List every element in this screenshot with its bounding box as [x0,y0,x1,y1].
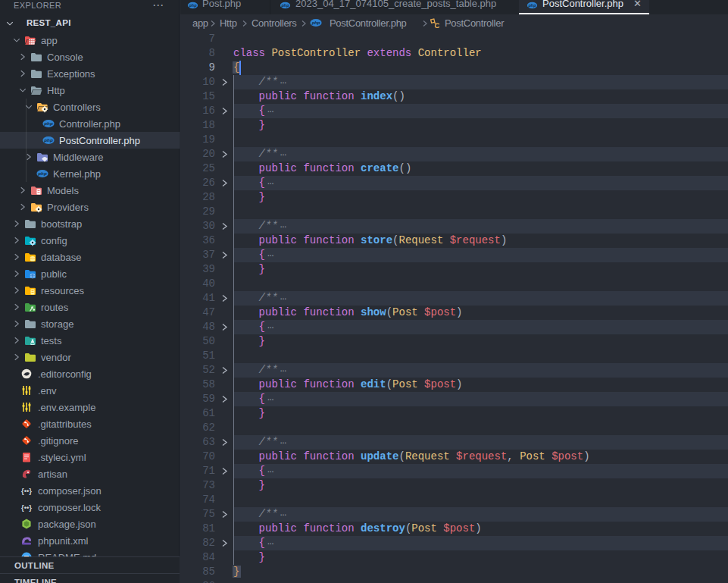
svg-text:{••}: {••} [21,503,32,512]
svg-text:{••}: {••} [21,487,32,495]
